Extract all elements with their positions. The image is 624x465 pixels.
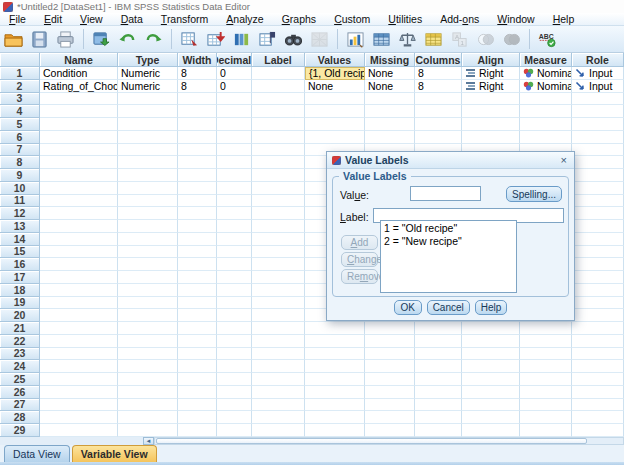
cell-decimals[interactable]: [217, 348, 252, 361]
cell-label[interactable]: [252, 297, 305, 310]
save-icon[interactable]: [29, 29, 50, 49]
cell-label[interactable]: [252, 67, 305, 80]
row-number[interactable]: 2: [0, 80, 40, 93]
col-header-measure[interactable]: Measure: [520, 53, 572, 67]
cell-name[interactable]: [40, 182, 118, 195]
open-data-icon[interactable]: [3, 29, 24, 49]
scrollbar-thumb[interactable]: [156, 438, 587, 444]
cell-label[interactable]: [252, 131, 305, 144]
cell-align[interactable]: [462, 360, 520, 373]
cell-align[interactable]: [462, 335, 520, 348]
scroll-left-arrow[interactable]: ◄: [143, 437, 154, 445]
cell-values[interactable]: [305, 399, 365, 412]
spell-check-icon[interactable]: ABC: [537, 29, 558, 49]
cell-type[interactable]: [118, 169, 178, 182]
row-number[interactable]: 25: [0, 373, 40, 386]
tab-data-view[interactable]: Data View: [4, 445, 70, 462]
cell-label[interactable]: [252, 233, 305, 246]
cell-columns[interactable]: [415, 373, 462, 386]
cell-label[interactable]: [252, 335, 305, 348]
cell-decimals[interactable]: [217, 322, 252, 335]
cell-role[interactable]: [572, 297, 624, 310]
row-number[interactable]: 26: [0, 386, 40, 399]
menu-window[interactable]: Window: [488, 13, 543, 26]
cell-role[interactable]: [572, 182, 624, 195]
cell-type[interactable]: [118, 284, 178, 297]
cell-values[interactable]: [305, 360, 365, 373]
cell-label[interactable]: [252, 322, 305, 335]
cell-measure[interactable]: [520, 93, 572, 106]
col-header-decimals[interactable]: Decimals: [217, 53, 252, 67]
cell-name[interactable]: Rating_of_Chocolate: [40, 80, 118, 93]
cell-label[interactable]: [252, 118, 305, 131]
cell-width[interactable]: [178, 182, 217, 195]
cell-missing[interactable]: [365, 424, 415, 437]
cell-decimals[interactable]: [217, 335, 252, 348]
cancel-button[interactable]: Cancel: [427, 300, 470, 315]
row-number[interactable]: 7: [0, 144, 40, 157]
cell-label[interactable]: [252, 360, 305, 373]
cell-values[interactable]: [305, 348, 365, 361]
cell-width[interactable]: [178, 246, 217, 259]
cell-name[interactable]: [40, 144, 118, 157]
row-number[interactable]: 4: [0, 105, 40, 118]
cell-decimals[interactable]: [217, 220, 252, 233]
cell-columns[interactable]: [415, 105, 462, 118]
value-labels-toggle-icon[interactable]: A1: [449, 29, 470, 49]
cell-decimals[interactable]: [217, 195, 252, 208]
menu-addons[interactable]: Add-ons: [431, 13, 488, 26]
col-header-columns[interactable]: Columns: [415, 53, 462, 67]
cell-label[interactable]: [252, 373, 305, 386]
cell-measure[interactable]: [520, 373, 572, 386]
cell-width[interactable]: [178, 131, 217, 144]
row-number[interactable]: 20: [0, 309, 40, 322]
cell-role[interactable]: [572, 284, 624, 297]
cell-role[interactable]: [572, 258, 624, 271]
menu-view[interactable]: View: [71, 13, 112, 26]
cell-name[interactable]: Condition: [40, 67, 118, 80]
cell-type[interactable]: [118, 144, 178, 157]
cell-decimals[interactable]: [217, 386, 252, 399]
row-number[interactable]: 13: [0, 220, 40, 233]
cell-width[interactable]: [178, 348, 217, 361]
cell-name[interactable]: [40, 93, 118, 106]
cell-label[interactable]: [252, 284, 305, 297]
cell-name[interactable]: [40, 156, 118, 169]
cell-width[interactable]: [178, 207, 217, 220]
cell-label[interactable]: [252, 271, 305, 284]
cell-measure[interactable]: [520, 348, 572, 361]
cell-type[interactable]: [118, 207, 178, 220]
row-number[interactable]: 28: [0, 411, 40, 424]
cell-values[interactable]: [305, 411, 365, 424]
cell-missing[interactable]: [365, 348, 415, 361]
cell-align[interactable]: [462, 322, 520, 335]
cell-decimals[interactable]: [217, 233, 252, 246]
cell-role[interactable]: Input: [572, 67, 624, 80]
cell-label[interactable]: [252, 80, 305, 93]
cell-name[interactable]: [40, 195, 118, 208]
cell-name[interactable]: [40, 411, 118, 424]
goto-case-icon[interactable]: [179, 29, 200, 49]
cell-columns[interactable]: [415, 335, 462, 348]
cell-missing[interactable]: [365, 399, 415, 412]
redo-icon[interactable]: [143, 29, 164, 49]
cell-width[interactable]: [178, 322, 217, 335]
menu-transform[interactable]: Transform: [152, 13, 217, 26]
row-number[interactable]: 22: [0, 335, 40, 348]
cell-decimals[interactable]: [217, 144, 252, 157]
cell-width[interactable]: [178, 93, 217, 106]
tab-variable-view[interactable]: Variable View: [72, 445, 157, 462]
split-file-icon[interactable]: [309, 29, 330, 49]
cell-label[interactable]: [252, 309, 305, 322]
cell-columns[interactable]: [415, 322, 462, 335]
cell-type[interactable]: [118, 233, 178, 246]
cell-role[interactable]: [572, 93, 624, 106]
cell-decimals[interactable]: [217, 156, 252, 169]
cell-missing[interactable]: [365, 386, 415, 399]
row-number[interactable]: 18: [0, 284, 40, 297]
cell-type[interactable]: [118, 93, 178, 106]
cell-missing[interactable]: None: [365, 80, 415, 93]
cell-name[interactable]: [40, 258, 118, 271]
cell-decimals[interactable]: [217, 360, 252, 373]
cell-label[interactable]: [252, 348, 305, 361]
